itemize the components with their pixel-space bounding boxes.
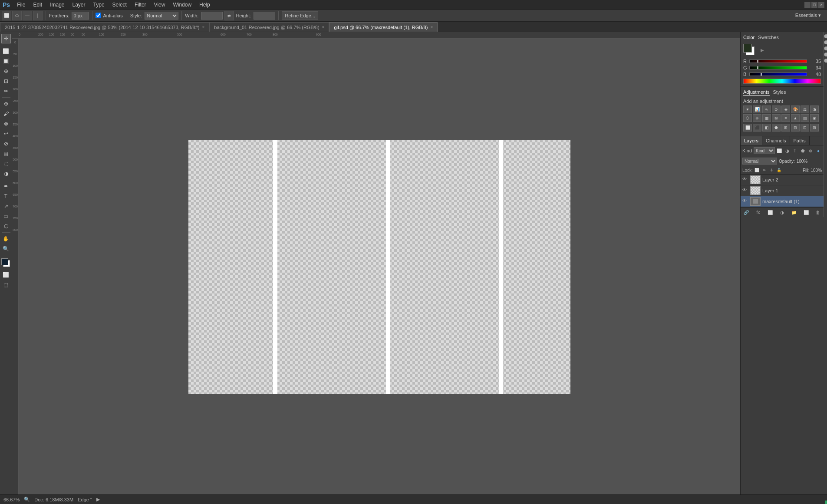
menu-image[interactable]: Image — [46, 1, 68, 9]
quick-mask-mode-btn[interactable]: ⬜ — [1, 270, 11, 280]
menu-view[interactable]: View — [151, 1, 169, 9]
tab-close-0[interactable]: × — [202, 25, 204, 30]
lock-transparent-btn[interactable]: ⬜ — [754, 167, 760, 173]
brightness-contrast-btn[interactable]: ☀ — [743, 105, 752, 113]
status-arrow[interactable]: ▶ — [96, 497, 100, 502]
elliptical-marquee-btn[interactable]: ⬭ — [12, 11, 22, 20]
refine-edge-btn[interactable]: Refine Edge... — [282, 11, 318, 20]
adj-btn-extra-8[interactable]: ⊞ — [810, 124, 819, 132]
lasso-tool[interactable]: 🔲 — [1, 56, 11, 66]
invert-btn[interactable]: ⊠ — [772, 114, 781, 122]
delete-layer-btn[interactable]: 🗑 — [814, 209, 822, 216]
exposure-btn[interactable]: ⊙ — [772, 105, 781, 113]
b-slider[interactable] — [749, 72, 807, 76]
posterize-btn[interactable]: ≡ — [781, 114, 790, 122]
layer-effects-btn[interactable]: fx — [755, 209, 762, 216]
path-selection-tool[interactable]: ↗ — [1, 201, 11, 211]
color-spectrum[interactable] — [743, 79, 821, 84]
screen-mode-btn[interactable]: ⬚ — [1, 280, 11, 290]
lock-position-btn[interactable]: ✛ — [769, 167, 775, 173]
color-tab[interactable]: Color — [743, 35, 755, 41]
channel-mixer-btn[interactable]: ⊕ — [753, 114, 761, 122]
menu-help[interactable]: Help — [196, 1, 214, 9]
add-mask-btn[interactable]: ⬜ — [766, 209, 774, 216]
essentials-label[interactable]: Essentials ▾ — [795, 13, 825, 18]
filter-pixel-btn[interactable]: ⬜ — [776, 147, 783, 154]
filter-smart-btn[interactable]: ⊗ — [807, 147, 814, 154]
eyedropper-tool[interactable]: ✏ — [1, 86, 11, 96]
menu-file[interactable]: File — [13, 1, 29, 9]
link-layers-btn[interactable]: 🔗 — [742, 209, 750, 216]
brush-tool[interactable]: 🖌 — [1, 109, 11, 119]
canvas-scroll[interactable] — [19, 39, 740, 494]
menu-window[interactable]: Window — [169, 1, 195, 9]
black-white-btn[interactable]: ◑ — [810, 105, 819, 113]
adj-btn-extra-6[interactable]: ⊟ — [791, 124, 800, 132]
filter-shape-btn[interactable]: ⬟ — [799, 147, 806, 154]
side-icon-4[interactable]: ⬤ — [824, 52, 827, 56]
style-select[interactable]: Normal Fixed Ratio Fixed Size — [145, 12, 178, 20]
r-slider[interactable] — [749, 59, 807, 63]
side-icon-5[interactable]: ⬤ — [824, 58, 827, 63]
tab-2[interactable]: gif.psd @ 66.7% (maxresdefault (1), RGB/… — [329, 22, 438, 32]
adjustments-tab[interactable]: Adjustments — [743, 89, 770, 96]
dodge-tool[interactable]: ◑ — [1, 169, 11, 178]
color-balance-btn[interactable]: ⚖ — [801, 105, 809, 113]
adj-btn-extra-3[interactable]: ◧ — [762, 124, 771, 132]
adj-btn-extra-1[interactable]: ⬜ — [743, 124, 752, 132]
tab-1[interactable]: background_01-Recovered.jpg @ 66.7% (RGB… — [209, 22, 329, 32]
blend-mode-select[interactable]: Normal Multiply Screen — [742, 158, 777, 165]
curves-btn[interactable]: ∿ — [762, 105, 771, 113]
pen-tool[interactable]: ✒ — [1, 181, 11, 191]
layer-visibility-maxresdefault[interactable]: 👁 — [742, 198, 748, 204]
g-slider[interactable] — [749, 66, 807, 69]
side-icon-2[interactable]: ⬤ — [824, 40, 827, 44]
crop-tool[interactable]: ⊡ — [1, 76, 11, 86]
single-col-btn[interactable]: | — [33, 11, 43, 20]
layer-visibility-layer2[interactable]: 👁 — [742, 177, 748, 183]
photo-filter-btn[interactable]: ⬡ — [743, 114, 752, 122]
blur-tool[interactable]: ◌ — [1, 159, 11, 168]
anti-alias-checkbox[interactable] — [96, 13, 101, 18]
gradient-map-btn[interactable]: ▤ — [801, 114, 809, 122]
menu-layer[interactable]: Layer — [69, 1, 89, 9]
filter-toggle-btn[interactable]: ● — [815, 147, 822, 154]
layer-item-layer1[interactable]: 👁 Layer 1 — [741, 185, 824, 196]
selective-color-btn[interactable]: ◉ — [810, 114, 819, 122]
width-input[interactable] — [201, 12, 223, 20]
menu-type[interactable]: Type — [90, 1, 108, 9]
swap-dimensions-btn[interactable]: ⇄ — [224, 11, 234, 20]
lock-all-btn[interactable]: 🔒 — [776, 167, 782, 173]
channels-tab[interactable]: Channels — [762, 136, 790, 145]
vibrance-btn[interactable]: ◈ — [781, 105, 790, 113]
filter-adj-btn[interactable]: ◑ — [784, 147, 791, 154]
new-layer-btn[interactable]: ⬜ — [802, 209, 810, 216]
menu-select[interactable]: Select — [109, 1, 130, 9]
filter-select[interactable]: Kind Name Effect — [754, 147, 775, 154]
paths-tab[interactable]: Paths — [790, 136, 810, 145]
side-icon-3[interactable]: ⬤ — [824, 46, 827, 50]
layer-item-maxresdefault[interactable]: 👁 maxresdefault (1) — [741, 196, 824, 207]
color-lookup-btn[interactable]: ▦ — [762, 114, 771, 122]
hand-tool[interactable]: ✋ — [1, 234, 11, 244]
rectangle-shape-tool[interactable]: ▭ — [1, 211, 11, 221]
swatches-tab[interactable]: Swatches — [758, 35, 779, 41]
levels-btn[interactable]: 📊 — [753, 105, 761, 113]
layer-item-layer2[interactable]: 👁 Layer 2 — [741, 175, 824, 185]
maximize-button[interactable]: □ — [811, 2, 817, 8]
styles-tab[interactable]: Styles — [773, 89, 786, 96]
foreground-color-box[interactable] — [743, 44, 752, 53]
adj-btn-extra-7[interactable]: ⊡ — [801, 124, 809, 132]
type-tool[interactable]: T — [1, 191, 11, 201]
move-tool[interactable]: ✛ — [1, 34, 11, 43]
layer-visibility-layer1[interactable]: 👁 — [742, 188, 748, 194]
tab-close-2[interactable]: × — [430, 25, 433, 30]
lock-image-btn[interactable]: ✏ — [761, 167, 768, 173]
quick-selection-tool[interactable]: ⊛ — [1, 66, 11, 76]
height-input[interactable] — [254, 12, 275, 20]
3d-tool[interactable]: ⬡ — [1, 221, 11, 231]
filter-type-btn[interactable]: T — [791, 147, 798, 154]
rectangular-marquee-tool[interactable]: ⬜ — [1, 46, 11, 56]
new-group-btn[interactable]: 📁 — [790, 209, 798, 216]
new-adjustment-layer-btn[interactable]: ◑ — [778, 209, 786, 216]
